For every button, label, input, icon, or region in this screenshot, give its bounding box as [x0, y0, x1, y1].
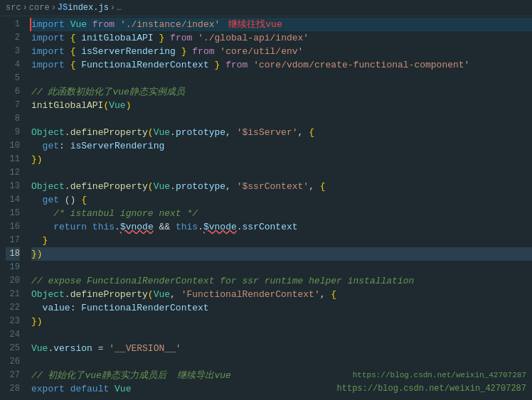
code-line-7: initGlobalAPI(Vue)	[31, 99, 532, 112]
token	[31, 207, 53, 220]
token: Vue	[109, 99, 125, 112]
code-line-28: export default Vue https://blog.csdn.net…	[31, 382, 532, 396]
token: import	[31, 31, 65, 45]
bc-sep-1: ›	[23, 3, 28, 13]
token: .	[65, 180, 70, 193]
token: // expose FunctionalRenderContext for ss…	[31, 274, 414, 288]
token: get	[43, 193, 59, 207]
token: }	[159, 31, 164, 45]
ln-11: 11	[6, 153, 20, 166]
ln-27: 27	[6, 369, 20, 382]
bc-src: src	[6, 3, 21, 13]
token	[109, 382, 115, 396]
token: value	[43, 301, 70, 315]
token: FunctionalRenderContext	[81, 58, 208, 72]
token: (	[103, 99, 109, 112]
bc-sep-2: ›	[51, 3, 56, 13]
ln-1: 1	[6, 18, 20, 31]
token: )	[126, 99, 132, 112]
code-line-1: import Vue from './instance/index' 继续往找v…	[30, 18, 532, 31]
code-line-4: import { FunctionalRenderContext } from …	[31, 58, 532, 72]
ln-13: 13	[6, 180, 20, 193]
token: {	[309, 126, 314, 139]
ln-16: 16	[6, 220, 20, 234]
code-line-26	[31, 355, 532, 369]
token: FunctionalRenderContext	[81, 301, 208, 315]
code-line-9: Object.defineProperty(Vue.prototype, '$i…	[31, 126, 532, 139]
token: Vue	[115, 382, 131, 396]
token: .	[198, 220, 203, 234]
ln-22: 22	[6, 301, 20, 315]
token: .	[115, 220, 120, 234]
token: defineProperty	[70, 288, 148, 301]
ln-4: 4	[6, 58, 20, 72]
ln-14: 14	[6, 193, 20, 207]
code-line-2: import { initGlobalAPI } from './global-…	[31, 31, 532, 45]
token: }	[43, 234, 48, 247]
token	[65, 31, 70, 45]
code-line-13: Object.defineProperty(Vue.prototype, '$s…	[31, 180, 532, 193]
token	[192, 31, 198, 45]
token: return	[53, 220, 87, 234]
token	[176, 45, 181, 58]
token: Vue	[154, 288, 170, 301]
token: // 初始化了vue静态实力成员后 继续导出vue	[31, 369, 231, 382]
token: .	[65, 288, 70, 301]
ln-18: 18	[6, 247, 20, 261]
token	[215, 45, 220, 58]
token: from	[225, 58, 248, 72]
ln-6: 6	[6, 85, 20, 99]
token: (	[148, 180, 154, 193]
token: 'core/util/env'	[220, 45, 303, 58]
ln-3: 3	[6, 45, 20, 58]
token: .	[237, 220, 243, 234]
token: :	[59, 139, 70, 153]
token: '$isServer'	[237, 126, 298, 139]
token	[31, 220, 53, 234]
ln-20: 20	[6, 274, 20, 288]
token: initGlobalAPI	[81, 31, 153, 45]
token: (	[148, 288, 154, 301]
token	[31, 234, 43, 247]
token: {	[320, 180, 326, 193]
token: import	[31, 58, 65, 72]
token: defineProperty	[70, 126, 148, 139]
bc-core: core	[29, 3, 50, 13]
code-line-23: })	[31, 315, 532, 328]
code-line-17: }	[31, 234, 532, 247]
token: from	[92, 18, 115, 31]
token: Object	[31, 126, 65, 139]
code-line-3: import { isServerRendering } from 'core/…	[31, 45, 532, 58]
token	[65, 18, 70, 31]
code-area: 1 2 3 4 5 6 7 8 9 10 11 12 13 14 15 16 1…	[0, 16, 532, 398]
ln-5: 5	[6, 72, 20, 85]
token: ,	[320, 288, 331, 301]
token: isServerRendering	[81, 45, 176, 58]
code-line-12	[31, 166, 532, 180]
ln-8: 8	[6, 112, 20, 126]
ln-19: 19	[6, 261, 20, 274]
token: .	[170, 180, 176, 193]
code-line-6: // 此函数初始化了vue静态实例成员	[31, 85, 532, 99]
code-line-20: // expose FunctionalRenderContext for ss…	[31, 274, 532, 288]
token	[154, 31, 159, 45]
token	[65, 45, 70, 58]
code-line-21: Object.defineProperty(Vue, 'FunctionalRe…	[31, 288, 532, 301]
token: this	[92, 220, 115, 234]
code-line-14: get () {	[31, 193, 532, 207]
token: from	[192, 45, 214, 58]
token: ssrContext	[243, 220, 298, 234]
ln-7: 7	[6, 99, 20, 112]
token: defineProperty	[70, 180, 148, 193]
token: .	[65, 126, 70, 139]
token: .	[170, 126, 176, 139]
token: default	[70, 382, 110, 396]
token	[87, 18, 92, 31]
token: prototype	[176, 180, 225, 193]
token	[164, 31, 170, 45]
token	[75, 45, 81, 58]
ln-15: 15	[6, 207, 20, 220]
token	[187, 45, 193, 58]
token: ()	[59, 193, 81, 207]
token: version	[53, 342, 92, 355]
